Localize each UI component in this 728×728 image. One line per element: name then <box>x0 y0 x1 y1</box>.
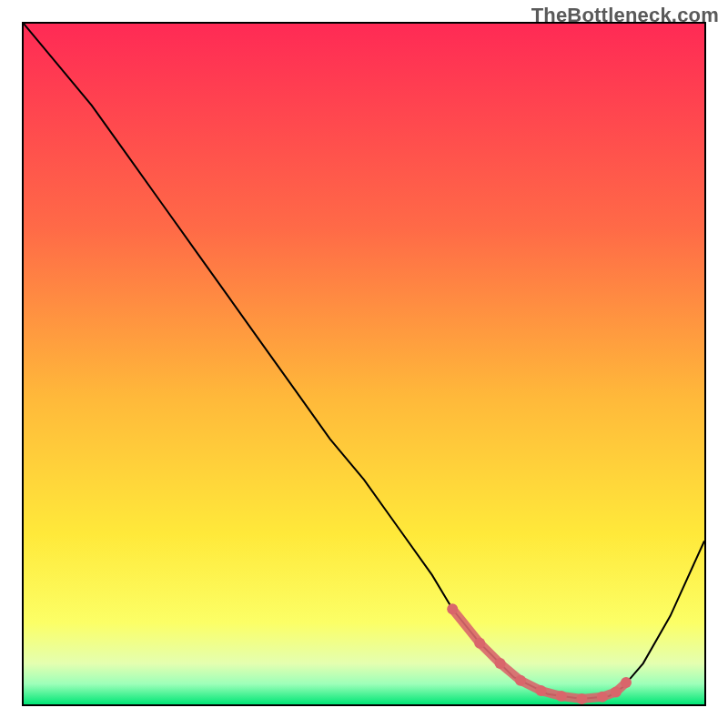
highlight-band <box>447 603 632 704</box>
watermark-text: TheBottleneck.com <box>531 4 719 27</box>
svg-point-6 <box>556 691 567 702</box>
svg-point-10 <box>621 677 632 688</box>
svg-point-2 <box>474 638 485 649</box>
bottleneck-curve <box>24 24 704 699</box>
svg-point-3 <box>495 658 506 669</box>
plot-area <box>22 22 706 706</box>
svg-point-5 <box>536 685 547 696</box>
svg-point-7 <box>576 693 587 704</box>
svg-point-4 <box>515 675 526 686</box>
svg-point-9 <box>611 687 622 698</box>
svg-point-8 <box>597 692 608 703</box>
chart-container: TheBottleneck.com <box>0 0 728 728</box>
svg-point-1 <box>447 603 458 614</box>
curve-layer <box>24 24 704 704</box>
